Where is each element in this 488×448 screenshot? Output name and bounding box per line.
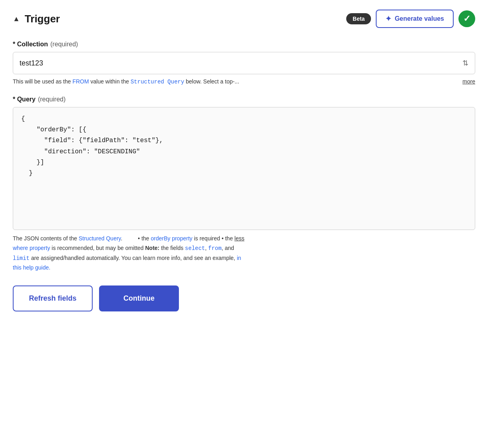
refresh-fields-button[interactable]: Refresh fields xyxy=(13,285,93,311)
query-textarea-wrapper: { "orderBy": [{ "field": {"fieldPath": "… xyxy=(13,107,475,230)
more-link[interactable]: more xyxy=(462,77,475,86)
confirm-check-button[interactable]: ✓ xyxy=(458,10,475,27)
chevron-updown-icon[interactable]: ⇅ xyxy=(462,59,468,67)
json-desc-auto: are assigned/handled automatically. You … xyxy=(30,255,237,261)
json-desc-required: is required • the xyxy=(192,235,234,242)
collection-section: * Collection(required) ⇅ This will be us… xyxy=(13,41,475,86)
collection-label: * Collection(required) xyxy=(13,41,475,48)
query-star: * xyxy=(13,96,17,103)
less-link[interactable]: less xyxy=(234,235,244,242)
from-code: from xyxy=(208,245,222,252)
query-label: * Query(required) xyxy=(13,96,475,103)
header: ▲ Trigger Beta ✦ Generate values ✓ xyxy=(13,10,475,28)
collection-input[interactable] xyxy=(20,59,462,67)
check-icon: ✓ xyxy=(463,14,470,24)
page-title: Trigger xyxy=(25,13,60,25)
sparkle-icon: ✦ xyxy=(385,14,391,23)
from-link[interactable]: FROM xyxy=(72,78,89,85)
collapse-icon[interactable]: ▲ xyxy=(13,15,20,23)
query-section: * Query(required) { "orderBy": [{ "field… xyxy=(13,96,475,273)
structured-query-link-1[interactable]: Structured Query xyxy=(131,79,184,85)
structured-query-link-2[interactable]: Structured Query xyxy=(79,235,121,242)
json-desc-pre: The JSON contents of the xyxy=(13,235,79,242)
note-bold: Note: xyxy=(145,245,160,251)
beta-badge: Beta xyxy=(346,13,371,24)
collection-star: * xyxy=(13,41,17,48)
continue-button[interactable]: Continue xyxy=(99,285,179,311)
header-right: Beta ✦ Generate values ✓ xyxy=(346,10,475,28)
collection-description: This will be used as the FROM value with… xyxy=(13,77,475,86)
generate-values-label: Generate values xyxy=(395,15,444,22)
collection-desc-main: This will be used as the FROM value with… xyxy=(13,77,458,86)
bullet1: • the xyxy=(138,235,151,242)
json-description: The JSON contents of the Structured Quer… xyxy=(13,234,475,273)
desc-static-2: value within the xyxy=(89,78,131,85)
query-textarea[interactable]: { "orderBy": [{ "field": {"fieldPath": "… xyxy=(21,114,467,222)
collection-input-wrapper: ⇅ xyxy=(13,52,475,74)
header-left: ▲ Trigger xyxy=(13,13,60,25)
json-desc-and: , and xyxy=(222,245,234,251)
generate-values-button[interactable]: ✦ Generate values xyxy=(376,10,454,28)
query-required: (required) xyxy=(38,96,65,103)
limit-code: limit xyxy=(13,255,30,262)
orderby-link[interactable]: orderBy property xyxy=(151,235,192,242)
main-container: ▲ Trigger Beta ✦ Generate values ✓ * Col… xyxy=(0,0,488,448)
desc-static-3: below. Select a top-... xyxy=(184,78,239,85)
json-desc-dot: . xyxy=(121,235,137,242)
where-property-link[interactable]: where property xyxy=(13,245,50,251)
collection-required: (required) xyxy=(50,41,78,48)
select-code: select xyxy=(185,245,205,252)
desc-static-1: This will be used as the xyxy=(13,78,72,85)
json-desc-recommended: is recommended, but may be omitted Note:… xyxy=(50,245,185,251)
buttons-row: Refresh fields Continue xyxy=(13,285,475,311)
